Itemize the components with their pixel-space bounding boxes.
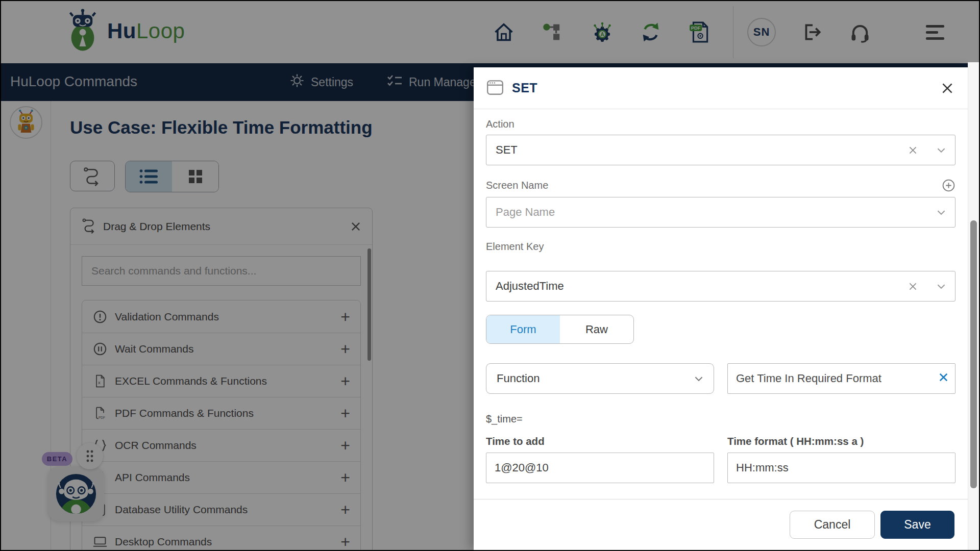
- tab-raw[interactable]: Raw: [560, 315, 633, 343]
- time-format-label: Time format ( HH:mm:ss a ): [727, 435, 955, 447]
- set-command-drawer: SET Action SET Screen Name: [474, 67, 968, 550]
- time-to-add-input[interactable]: [486, 453, 714, 483]
- page-scrollbar[interactable]: [968, 62, 979, 550]
- chevron-down-icon[interactable]: [694, 376, 703, 382]
- drawer-body: Action SET Screen Name: [474, 109, 968, 483]
- action-label: Action: [486, 118, 955, 130]
- screen-name-label: Screen Name: [486, 180, 548, 191]
- function-search-input[interactable]: [727, 363, 955, 394]
- clear-function-icon[interactable]: [939, 372, 948, 384]
- chevron-down-icon[interactable]: [937, 284, 946, 289]
- screen-name-select[interactable]: Page Name: [486, 197, 955, 228]
- window-icon: [486, 78, 504, 98]
- chevron-down-icon[interactable]: [937, 210, 946, 215]
- function-type-select[interactable]: Function: [486, 363, 714, 394]
- drawer-title: SET: [512, 81, 537, 95]
- form-raw-toggle: Form Raw: [486, 315, 634, 344]
- add-screen-icon[interactable]: [942, 179, 955, 192]
- cancel-button[interactable]: Cancel: [790, 511, 875, 539]
- tab-form[interactable]: Form: [486, 315, 560, 343]
- drawer-header: SET: [474, 67, 968, 109]
- app-window: HuLoop: [0, 0, 980, 551]
- element-key-select[interactable]: AdjustedTime: [486, 271, 955, 302]
- clear-icon[interactable]: [909, 146, 917, 155]
- function-search: [727, 363, 955, 394]
- drawer-footer: Cancel Save: [474, 499, 968, 550]
- clear-icon[interactable]: [909, 282, 917, 291]
- chevron-down-icon[interactable]: [937, 147, 946, 153]
- time-to-add-label: Time to add: [486, 435, 714, 447]
- close-icon[interactable]: [939, 80, 955, 96]
- action-select[interactable]: SET: [486, 135, 955, 165]
- element-key-label: Element Key: [486, 241, 955, 253]
- save-button[interactable]: Save: [880, 511, 954, 539]
- expression-label: $_time=: [486, 413, 955, 425]
- page-scrollbar-thumb[interactable]: [970, 220, 977, 488]
- time-format-input[interactable]: [727, 453, 955, 483]
